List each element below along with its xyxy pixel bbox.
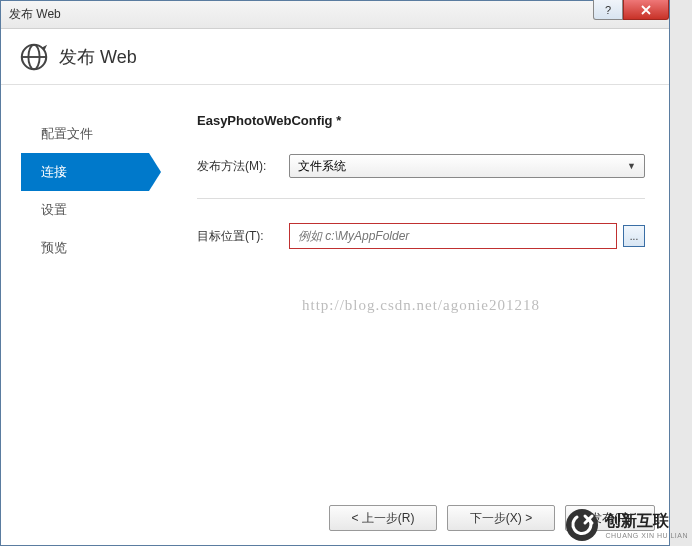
target-location-row: 目标位置(T): ... — [197, 223, 645, 249]
sidebar-item-preview[interactable]: 预览 — [29, 229, 159, 267]
dialog-window: 发布 Web ? 发布 Web 配置文件 连接 设置 预览 EasyPhotoW… — [0, 0, 670, 546]
browse-label: ... — [630, 231, 638, 242]
watermark-text: http://blog.csdn.net/agonie201218 — [197, 297, 645, 314]
sidebar-item-label: 配置文件 — [41, 125, 93, 143]
sidebar-item-label: 预览 — [41, 239, 67, 257]
publish-method-select[interactable]: 文件系统 ▼ — [289, 154, 645, 178]
divider — [197, 198, 645, 199]
sidebar: 配置文件 连接 设置 预览 — [1, 85, 159, 485]
titlebar-controls: ? — [593, 0, 669, 20]
close-button[interactable] — [623, 0, 669, 20]
main-panel: EasyPhotoWebConfig * 发布方法(M): 文件系统 ▼ 目标位… — [159, 85, 669, 485]
sidebar-item-profile[interactable]: 配置文件 — [29, 115, 159, 153]
header-title: 发布 Web — [59, 45, 137, 69]
sidebar-item-settings[interactable]: 设置 — [29, 191, 159, 229]
brand-icon — [565, 508, 599, 542]
sidebar-item-label: 设置 — [41, 201, 67, 219]
publish-method-row: 发布方法(M): 文件系统 ▼ — [197, 154, 645, 178]
brand-name: 创新互联 — [605, 512, 669, 529]
close-icon — [641, 5, 651, 15]
svg-point-3 — [566, 509, 598, 541]
prev-button[interactable]: < 上一步(R) — [329, 505, 437, 531]
publish-method-value: 文件系统 — [298, 158, 346, 175]
target-location-label: 目标位置(T): — [197, 228, 289, 245]
next-button[interactable]: 下一步(X) > — [447, 505, 555, 531]
window-title: 发布 Web — [9, 6, 61, 23]
brand-subtitle: CHUANG XIN HU LIAN — [605, 532, 688, 539]
sidebar-item-connection[interactable]: 连接 — [21, 153, 149, 191]
sidebar-item-label: 连接 — [41, 163, 67, 181]
target-location-input[interactable] — [289, 223, 617, 249]
help-button[interactable]: ? — [593, 0, 623, 20]
browse-button[interactable]: ... — [623, 225, 645, 247]
config-name: EasyPhotoWebConfig * — [197, 113, 645, 128]
content-area: 配置文件 连接 设置 预览 EasyPhotoWebConfig * 发布方法(… — [1, 85, 669, 485]
chevron-down-icon: ▼ — [627, 161, 636, 171]
titlebar: 发布 Web ? — [1, 1, 669, 29]
globe-icon — [19, 42, 49, 72]
brand-logo: 创新互联 CHUANG XIN HU LIAN — [565, 508, 688, 542]
publish-method-label: 发布方法(M): — [197, 158, 289, 175]
header-section: 发布 Web — [1, 29, 669, 85]
